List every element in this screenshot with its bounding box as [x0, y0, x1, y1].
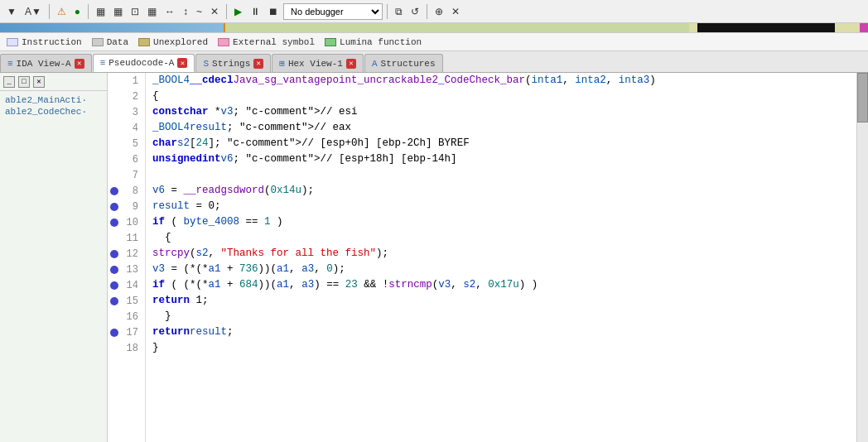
toolbar: ▼ A▼ ⚠ ● ▦ ▦ ⊡ ▦ ↔ ↕ ~ ✕ ▶ ⏸ ⏹ No debugg…	[0, 0, 868, 23]
legend-external: External symbol	[218, 37, 315, 47]
legend-data-color	[92, 38, 104, 46]
breakpoint-dot-8[interactable]	[110, 187, 118, 195]
toolbar-circle-btn[interactable]: ●	[71, 4, 84, 19]
line-indicator-7	[108, 167, 121, 183]
code-line-5: char s2[24]; "c-comment">// [esp+0h] [eb…	[152, 136, 856, 151]
legend-instruction: Instruction	[7, 37, 82, 47]
toolbar-cross[interactable]: ✕	[207, 4, 222, 19]
toolbar-grid2[interactable]: ▦	[110, 4, 126, 19]
code-lines[interactable]: _BOOL4 __cdecl Java_sg_vantagepoint_uncr…	[146, 73, 856, 442]
tab-strings[interactable]: S Strings ✕	[195, 54, 271, 72]
sidebar-item-0[interactable]: able2_MainActi·	[2, 94, 105, 106]
tab-hex-view[interactable]: ⊞ Hex View-1 ✕	[272, 54, 364, 72]
line-num-4: 4	[121, 120, 142, 136]
breakpoint-dot-17[interactable]	[110, 329, 118, 337]
code-view: 123456789101112131415161718 _BOOL4 __cde…	[108, 73, 868, 442]
sidebar-close-btn[interactable]: ✕	[33, 76, 45, 88]
tab-struct-icon: A	[372, 59, 378, 69]
line-num-10: 10	[121, 214, 142, 230]
code-line-4: _BOOL4 result; "c-comment">// eax	[152, 120, 856, 136]
sidebar-item-1[interactable]: able2_CodeChec·	[2, 106, 105, 118]
tab-strings-close[interactable]: ✕	[253, 59, 263, 69]
toolbar-tilde[interactable]: ~	[193, 4, 205, 19]
progress-dark	[697, 23, 835, 32]
toolbar-arrow-btn[interactable]: ▼	[3, 4, 20, 19]
vertical-scrollbar[interactable]	[856, 73, 868, 442]
toolbar-play[interactable]: ▶	[231, 4, 245, 19]
breakpoint-dot-14[interactable]	[110, 281, 118, 290]
legend-lumina-label: Lumina function	[340, 37, 422, 47]
progress-bar	[0, 23, 868, 33]
tab-pseudo-label: Pseudocode-A	[108, 58, 174, 68]
legend-unexplored: Unexplored	[138, 37, 208, 47]
line-indicator-8	[108, 183, 121, 199]
sidebar-maximize-btn[interactable]: □	[18, 76, 30, 88]
toolbar-pause[interactable]: ⏸	[247, 4, 263, 19]
tab-ida-close[interactable]: ✕	[75, 59, 84, 69]
tab-structures[interactable]: A Structures	[364, 54, 443, 72]
tab-hex-close[interactable]: ✕	[346, 59, 356, 69]
line-num-11: 11	[121, 230, 142, 246]
toolbar-refresh-btn[interactable]: ↺	[407, 4, 422, 19]
scrollbar-thumb[interactable]	[857, 73, 868, 123]
tab-ida-view[interactable]: ≡ IDA View-A ✕	[0, 54, 92, 72]
sidebar-minimize-btn[interactable]: _	[3, 76, 15, 88]
line-num-8: 8	[121, 183, 142, 199]
line-indicator-10	[108, 214, 121, 230]
toolbar-grid4[interactable]: ▦	[144, 4, 160, 19]
toolbar-arrow-lr[interactable]: ↔	[162, 4, 178, 19]
toolbar-stop[interactable]: ⏹	[265, 4, 282, 19]
toolbar-add-btn[interactable]: ⊕	[432, 4, 446, 19]
line-indicator-15	[108, 293, 121, 309]
sidebar: _ □ ✕ able2_MainActi· able2_CodeChec·	[0, 73, 108, 442]
code-line-11: {	[152, 230, 856, 246]
line-indicator-16	[108, 309, 121, 324]
line-num-5: 5	[121, 136, 142, 151]
line-num-9: 9	[121, 199, 142, 214]
breakpoint-dot-12[interactable]	[110, 250, 118, 258]
legend-lumina-color	[325, 38, 336, 46]
toolbar-copy-btn[interactable]: ⧉	[392, 4, 406, 19]
legend-instruction-label: Instruction	[22, 37, 82, 47]
progress-fill	[0, 23, 224, 32]
progress-explored	[225, 23, 689, 32]
toolbar-arrow-ud[interactable]: ↕	[180, 4, 191, 19]
debug-select[interactable]: No debugger	[283, 3, 383, 20]
code-line-10: if ( byte_4008 == 1 )	[152, 214, 856, 230]
tab-struct-label: Structures	[381, 59, 436, 69]
toolbar-warn-btn[interactable]: ⚠	[54, 4, 70, 19]
line-indicator-17	[108, 324, 121, 340]
code-line-7	[152, 167, 856, 183]
line-num-17: 17	[121, 324, 142, 340]
line-indicators	[108, 73, 121, 442]
progress-dots	[689, 23, 697, 32]
legend-unexplored-label: Unexplored	[153, 37, 208, 47]
code-line-14: if ( (*(*a1 + 684))(a1, a3) == 23 && !st…	[152, 277, 856, 293]
tab-ida-icon: ≡	[7, 59, 13, 69]
toolbar-sep-4	[387, 4, 388, 19]
toolbar-extra-btn[interactable]: ✕	[448, 4, 463, 19]
tab-strings-label: Strings	[212, 59, 250, 69]
line-indicator-9	[108, 199, 121, 214]
toolbar-grid1[interactable]: ▦	[93, 4, 108, 19]
legend-bar: Instruction Data Unexplored External sym…	[0, 33, 868, 51]
toolbar-sep-3	[226, 4, 227, 19]
line-indicator-1	[108, 73, 121, 89]
breakpoint-dot-10[interactable]	[110, 219, 118, 227]
tab-ida-label: IDA View-A	[17, 59, 71, 69]
breakpoint-dot-15[interactable]	[110, 297, 118, 305]
legend-data: Data	[92, 37, 128, 47]
toolbar-grid3[interactable]: ⊡	[128, 4, 142, 19]
code-line-13: v3 = (*(*a1 + 736))(a1, a3, 0);	[152, 262, 856, 277]
line-indicator-11	[108, 230, 121, 246]
line-num-15: 15	[121, 293, 142, 309]
breakpoint-dot-13[interactable]	[110, 266, 118, 274]
tab-pseudocode[interactable]: ≡ Pseudocode-A ✕	[93, 54, 195, 72]
breakpoint-dot-9[interactable]	[110, 203, 118, 211]
line-num-7: 7	[121, 167, 142, 183]
progress-end	[835, 23, 860, 32]
code-line-15: return 1;	[152, 293, 856, 309]
code-line-6: unsigned int v6; "c-comment">// [esp+18h…	[152, 151, 856, 167]
toolbar-a-btn[interactable]: A▼	[22, 4, 45, 19]
tab-pseudo-close[interactable]: ✕	[177, 58, 187, 68]
